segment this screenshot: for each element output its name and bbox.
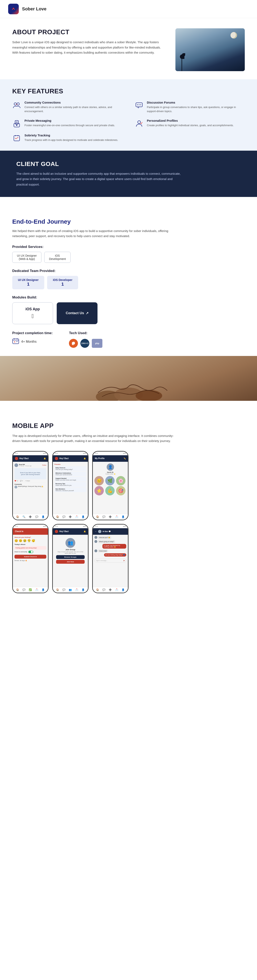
cnav-msg: 📩	[35, 588, 38, 592]
forum-title: Hey! Baci	[59, 457, 69, 460]
completion-value: 4+ Months	[12, 337, 53, 346]
svg-point-3	[17, 103, 19, 105]
forums-icon	[135, 101, 144, 110]
team-tags: UI UX Designer1 iOS Developer1	[12, 276, 245, 289]
contact-card[interactable]: Contact Us ↗	[57, 302, 97, 324]
joingroup-header: Hey! Baci 🔔	[53, 528, 88, 535]
phone-profile: 9:41●●● My Profile ✏️ 👤 Sarah M. 2 years…	[92, 451, 129, 520]
feed-header: Hey! Baci 🔔	[13, 455, 48, 462]
forum-bottom-nav: 🏠 💬 ➕ 📩 👤	[53, 514, 88, 520]
cnav-forum: 💬	[22, 588, 26, 592]
phone-chat: 9:41●●● ← Hi Ber 💬 How are you? 😊 What's…	[92, 524, 129, 593]
apple-icon: 	[32, 313, 34, 320]
chat-content: How are you? 😊 What's going on today? I'…	[93, 535, 128, 587]
mobile-heading: MOBILE APP	[12, 422, 245, 430]
fnav-add: ➕	[69, 515, 72, 519]
phone-chat-screen: 9:41●●● ← Hi Ber 💬 How are you? 😊 What's…	[93, 525, 128, 593]
app-name: Sober Love	[22, 6, 46, 12]
team-ios-developer: iOS Developer1	[47, 276, 78, 289]
community-icon	[12, 101, 21, 110]
php-icon: php	[92, 339, 102, 348]
phone-checkin: 9:41●●● Check In How are you feeling? 😊 …	[12, 524, 49, 593]
profile-header: My Profile ✏️	[93, 455, 128, 462]
contact-arrow: ↗	[86, 311, 88, 315]
journey-description: We helped them with the process of creat…	[12, 228, 179, 239]
cnav-checkin: ✅	[29, 588, 32, 592]
service-tag-ios: iOSDevelopment	[44, 252, 70, 263]
completion-title: Project completion time:	[12, 331, 53, 335]
calendar-icon	[12, 337, 19, 346]
feature-forums: Discussion Forums Participate in group c…	[135, 101, 245, 113]
about-description: Sober Love is a unique iOS app designed …	[12, 40, 167, 55]
gnav-profile: 👤	[81, 588, 85, 592]
tech-item: Tech Used: {OBJ-C} php	[69, 331, 102, 348]
phone-feed: 9:41●●● Hey! Baci 🔔 Brad Rill 2 Friends …	[12, 451, 49, 520]
messaging-icon	[12, 119, 21, 128]
checkin-bottom-nav: 🏠 💬 ✅ 📩 👤	[13, 587, 48, 593]
community-desc: Connect with others on a similar sobriet…	[24, 105, 122, 113]
tracking-desc: Track progress with in-app tools designe…	[24, 138, 118, 142]
checkin-title: Check In	[15, 530, 24, 533]
phone-checkin-screen: 9:41●●● Check In How are you feeling? 😊 …	[13, 525, 48, 593]
feed-bottom-nav: 🏠 🔍 ➕ 💬 👤	[13, 514, 48, 520]
community-title: Community Connections	[24, 101, 122, 104]
gnav-msg: 📩	[75, 588, 78, 592]
features-heading: KEY FEATURES	[12, 88, 245, 95]
tracking-title: Sobriety Tracking	[24, 134, 118, 137]
gnav-groups: 👥	[69, 588, 72, 592]
chatnav-forum: 💬	[102, 588, 106, 592]
svg-point-12	[138, 121, 140, 124]
team-label: Dedicated Team Provided:	[12, 269, 245, 273]
forums-desc: Participate in group conversations to sh…	[147, 105, 245, 113]
about-text: ABOUT PROJECT Sober Love is a unique iOS…	[12, 28, 167, 55]
phone-joingroup: 9:41●●● Hey! Baci 🔔 👥 Join Group Stay in…	[52, 524, 88, 593]
feed-status-bar: 9:41●●●	[13, 452, 48, 455]
profiles-icon	[135, 119, 144, 128]
fnav-profile: 👤	[81, 515, 85, 519]
profile-content: 👤 Sarah M. 2 years sober 🌟 😊 🌿 🌸 ⭐ 💪 🎯	[93, 462, 128, 514]
svg-point-6	[137, 104, 138, 105]
svg-rect-9	[15, 121, 18, 124]
joingroup-bottom-nav: 🏠 💬 👥 📩 👤	[53, 587, 88, 593]
feed-title: Hey! Baci	[19, 457, 29, 460]
pnav-msg: 📩	[115, 515, 118, 519]
chatnav-add: ➕	[109, 588, 112, 592]
nav-profile: 👤	[41, 515, 45, 519]
gnav-home: 🏠	[56, 588, 59, 592]
journey-section: End-to-End Journey We helped them with t…	[0, 207, 257, 356]
feature-messaging: Private Messaging Foster meaningful one-…	[12, 119, 122, 128]
fnav-home: 🏠	[56, 515, 59, 519]
phones-row-2: 9:41●●● Check In How are you feeling? 😊 …	[12, 524, 245, 593]
about-image	[176, 28, 245, 71]
completion-item: Project completion time: 4+ Months	[12, 331, 53, 346]
joingroup-title: Hey! Baci	[59, 530, 69, 533]
pnav-add: ➕	[109, 515, 112, 519]
svg-point-2	[14, 103, 16, 105]
client-goal-heading: CLIENT GOAL	[16, 161, 241, 167]
client-goal-section: CLIENT GOAL The client aimed to build an…	[0, 151, 257, 197]
phone-forum: 9:41●●● Hey! Baci 🔔 Forums Daily Check-I…	[52, 451, 88, 520]
svg-point-7	[139, 104, 139, 105]
completion-months: 4+ Months	[21, 340, 37, 344]
messaging-title: Private Messaging	[24, 119, 115, 123]
team-ios-count: 1	[53, 282, 72, 287]
checkin-status-bar: 9:41●●●	[13, 525, 48, 528]
pnav-forum: 💬	[102, 515, 106, 519]
phone-joingroup-screen: 9:41●●● Hey! Baci 🔔 👥 Join Group Stay in…	[53, 525, 88, 593]
chatnav-home: 🏠	[96, 588, 99, 592]
about-section: ABOUT PROJECT Sober Love is a unique iOS…	[0, 18, 257, 79]
service-tag-uiux: UI UX Designer(Web & App)	[12, 252, 42, 263]
phone-feed-screen: 9:41●●● Hey! Baci 🔔 Brad Rill 2 Friends …	[13, 452, 48, 520]
modules-row: iOS App  Contact Us ↗	[12, 302, 245, 324]
contact-label: Contact Us	[65, 311, 84, 315]
messaging-desc: Foster meaningful one-on-one connections…	[24, 123, 115, 127]
cnav-profile: 👤	[41, 588, 45, 592]
journey-heading: End-to-End Journey	[12, 218, 245, 225]
mobile-section: MOBILE APP The app is developed exclusiv…	[0, 411, 257, 605]
hands-illustration	[0, 356, 257, 401]
feed-content: Brad Rill 2 Friends · 3 hours ago Follow…	[13, 462, 48, 514]
client-goal-description: The client aimed to build an inclusive a…	[16, 171, 184, 187]
mobile-description: The app is developed exclusively for iPh…	[12, 433, 179, 444]
objc-icon: {OBJ-C}	[80, 339, 89, 348]
feature-community: Community Connections Connect with other…	[12, 101, 122, 113]
